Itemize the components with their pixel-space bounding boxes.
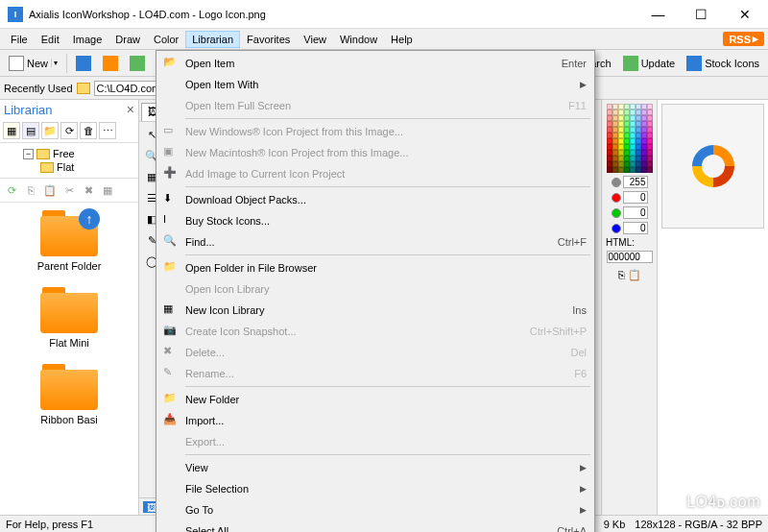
menu-separator [185,186,590,187]
menu-window[interactable]: Window [333,31,384,48]
menu-item-file-selection[interactable]: File Selection▶ [158,478,592,499]
status-size: 9 Kb [604,519,626,530]
blank-icon [163,481,179,496]
librarian-item[interactable]: ↑Parent Folder [0,203,138,279]
grid-icon [103,56,118,71]
menu-draw[interactable]: Draw [108,31,147,48]
lib-copy-icon[interactable]: ⎘ [22,181,39,199]
librarian-item[interactable]: Ribbon Basi [0,356,138,433]
menu-item-label: New Macintosh® Icon Project from this Im… [181,147,587,158]
lib-cut-icon[interactable]: ✂ [60,181,78,199]
menu-help[interactable]: Help [384,31,420,48]
menu-item-new-icon-library[interactable]: ▦New Icon LibraryIns [158,300,592,321]
lib-more[interactable]: ⋯ [99,122,116,139]
menu-item-label: Select All [181,525,557,532]
submenu-arrow-icon: ▶ [574,484,587,494]
blank-icon [163,502,179,518]
menu-item-create-icon-snapshot: 📷Create Icon Snapshot...Ctrl+Shift+P [158,321,592,342]
b-input[interactable] [623,222,648,234]
status-dims: 128x128 - RGB/A - 32 BPP [635,519,762,530]
grid-icon [76,56,91,71]
menu-item-new-folder[interactable]: 📁New Folder [158,389,592,410]
menu-item-open-item-with[interactable]: Open Item With▶ [158,74,592,95]
menu-item-label: Download Object Packs... [181,194,587,206]
tree-node-flat[interactable]: Flat [6,160,132,174]
grid-icon-a[interactable] [71,53,96,74]
delete-icon: ✖ [163,345,179,360]
grid-icon [130,56,145,71]
download-icon: ⬇ [163,192,179,207]
new-button[interactable]: New▾ [4,53,62,74]
librarian-tree: −Free Flat [0,143,138,179]
red-dot-icon [612,193,621,203]
html-color-input[interactable] [607,251,653,263]
lib-paste-icon[interactable]: 📋 [41,181,59,199]
librarian-item[interactable]: Flat Mini [0,279,138,356]
update-button[interactable]: Update [618,53,680,74]
lib-del-icon[interactable]: ✖ [80,181,97,199]
menu-item-go-to[interactable]: Go To▶ [158,499,592,520]
color-swatches[interactable] [607,104,653,173]
close-button[interactable]: ✕ [723,1,766,28]
menu-separator [185,454,590,455]
folder-open-icon: 📁 [163,260,179,276]
menu-item-import[interactable]: 📥Import... [158,410,592,431]
menu-item-export: Export... [158,431,592,452]
grid-icon-c[interactable] [125,53,150,74]
paste-icon[interactable]: 📋 [628,269,641,281]
menu-view[interactable]: View [297,31,333,48]
menu-item-label: Open Icon Library [181,283,587,295]
r-input2[interactable] [623,191,648,204]
menu-item-view[interactable]: View▶ [158,457,592,478]
menu-item-label: Open Item [181,58,562,69]
menu-item-find[interactable]: 🔍Find...Ctrl+F [158,231,592,253]
lib-view-a[interactable]: ▦ [3,122,20,139]
menu-accelerator: F11 [568,100,587,111]
menu-item-open-item[interactable]: 📂Open ItemEnter [158,53,592,74]
r-input[interactable] [623,176,648,188]
menu-item-label: Create Icon Snapshot... [181,326,530,337]
gray-dot-icon [612,178,621,187]
win-icon: ▭ [163,124,179,139]
chevron-down-icon[interactable]: ▾ [51,59,58,67]
lib-sync[interactable]: ⟳ [60,122,78,139]
copy-icon[interactable]: ⎘ [618,269,625,281]
lib-grid-icon[interactable]: ▦ [99,181,116,199]
menu-favorites[interactable]: Favorites [240,31,297,48]
librarian-item-label: Flat Mini [4,337,134,349]
lib-new-folder[interactable]: 📁 [41,122,59,139]
lib-delete[interactable]: 🗑 [80,122,97,139]
menu-item-delete: ✖Delete...Del [158,342,592,363]
menu-file[interactable]: File [4,31,35,48]
menu-edit[interactable]: Edit [35,31,66,48]
update-icon [623,56,638,71]
app-icon: I [8,7,23,22]
grid-icon-b[interactable] [98,53,123,74]
menu-item-select-all[interactable]: Select AllCtrl+A [158,520,592,532]
panel-close-icon[interactable]: × [127,102,134,117]
maximize-button[interactable]: ☐ [680,1,723,28]
toolbar-separator [66,54,67,73]
right-panel: ▭ ✨ ╱ ▢ ◯ A 🪣 ◐ HTML: ⎘ 📋 [576,100,768,515]
menu-librarian[interactable]: Librarian [185,31,240,48]
lib-view-b[interactable]: ▤ [22,122,39,139]
stock-icons-button[interactable]: Stock Icons [682,53,764,74]
blank-icon [163,77,179,92]
minimize-button[interactable]: — [636,1,680,28]
menu-item-buy-stock-icons[interactable]: IBuy Stock Icons... [158,210,592,231]
librarian-files-toolbar: ⟳ ⎘ 📋 ✂ ✖ ▦ [0,179,138,203]
swatch[interactable] [647,167,653,173]
librarian-toolbar: ▦ ▤ 📁 ⟳ 🗑 ⋯ [0,119,138,143]
menu-item-label: Open Item With [181,79,574,90]
submenu-arrow-icon: ▶ [574,463,587,472]
menu-item-label: Find... [181,236,558,248]
menu-item-open-folder-in-file-browser[interactable]: 📁Open Folder in File Browser [158,257,592,278]
menu-image[interactable]: Image [66,31,109,48]
menu-item-download-object-packs[interactable]: ⬇Download Object Packs... [158,189,592,210]
g-input[interactable] [623,206,648,219]
rss-badge[interactable]: RSS▸ [723,32,764,46]
lib-refresh-icon[interactable]: ⟳ [3,181,20,199]
menu-item-label: Open Item Full Screen [181,100,568,111]
tree-node-free[interactable]: −Free [6,147,132,160]
menu-color[interactable]: Color [147,31,185,48]
